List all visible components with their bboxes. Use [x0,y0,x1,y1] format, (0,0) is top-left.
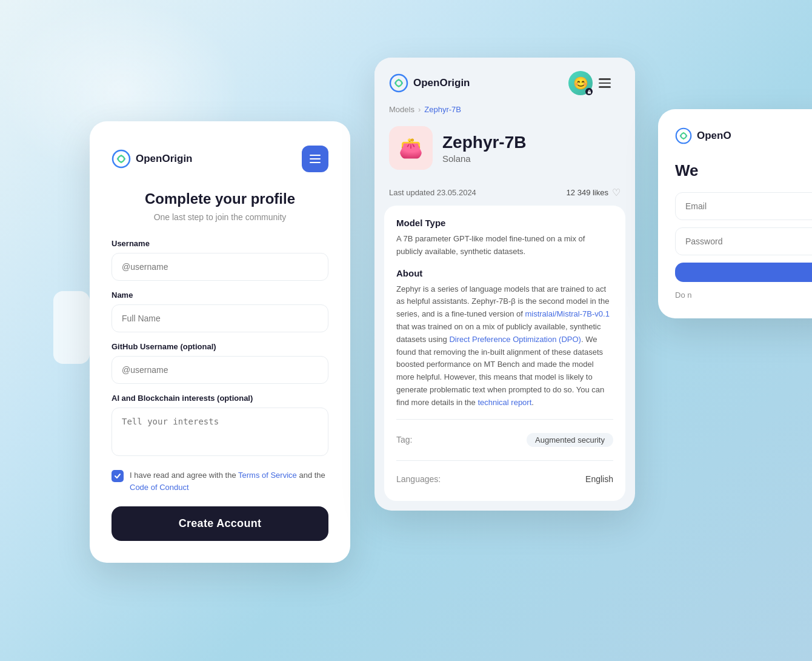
welcome-title: We [675,161,812,180]
lang-label: Languages: [396,474,441,484]
email-input[interactable] [675,192,812,220]
login-logo-icon [675,127,692,144]
about-title: About [396,268,613,278]
model-name-block: Zephyr-7B Solana [442,133,526,164]
about-text: Zephyr is a series of language models th… [396,283,613,409]
terms-text: I have read and agree with the Terms of … [130,469,328,493]
breadcrumb-current[interactable]: Zephyr-7B [424,105,461,114]
model-type-desc: A 7B parameter GPT-like model fine-tuned… [396,233,613,258]
heart-icon[interactable]: ♡ [612,187,621,198]
login-button[interactable] [675,263,812,282]
name-group: Name [111,290,328,332]
user-avatar[interactable]: 😊 [568,71,593,95]
interests-input[interactable] [111,408,328,456]
logo-icon [111,149,131,169]
avatar-badge [585,88,593,95]
username-input[interactable] [111,253,328,281]
interests-label: AI and Blockchain interests (optional) [111,394,328,403]
likes-block: 12 349 likes ♡ [567,187,621,198]
name-label: Name [111,290,328,300]
card-title: Complete your profile [111,190,328,207]
name-input[interactable] [111,304,328,332]
logo: OpenOrigin [111,149,193,169]
logo-text: OpenOrigin [136,153,193,165]
model-card-header: OpenOrigin 😊 [374,58,635,105]
model-info: 👛 Zephyr-7B Solana [374,126,635,180]
checkmark-icon [114,472,121,480]
login-card-header: OpenO [675,127,812,144]
svg-point-0 [113,150,130,167]
login-logo-text: OpenO [697,130,731,142]
tag-row: Tag: Augmented security [396,428,613,452]
username-group: Username [111,239,328,281]
model-menu-button[interactable] [599,72,621,94]
scene: OpenOrigin Complete your profile One las… [0,0,812,661]
do-not-text: Do n [675,290,691,300]
dpo-link[interactable]: Direct Preference Optimization (DPO) [449,335,581,344]
svg-point-3 [676,129,691,144]
card-subtitle: One last step to join the community [111,212,328,222]
hamburger-icon [310,155,321,163]
likes-count: 12 349 likes [567,188,608,197]
divider-2 [396,460,613,461]
last-updated: Last updated 23.05.2024 [389,188,476,197]
model-logo-text: OpenOrigin [413,77,470,89]
svg-point-1 [390,75,407,92]
card-header: OpenOrigin [111,146,328,172]
terms-row: I have read and agree with the Terms of … [111,469,328,493]
card-bottom-space [374,501,635,511]
lock-icon [587,90,591,94]
model-body: Model Type A 7B parameter GPT-like model… [384,206,625,501]
github-group: GitHub Username (optional) [111,342,328,384]
conduct-link[interactable]: Code of Conduct [130,483,189,492]
terms-link[interactable]: Terms of Service [238,471,297,480]
password-input[interactable] [675,227,812,255]
model-logo: OpenOrigin [389,73,470,93]
terms-checkbox[interactable] [111,470,124,482]
report-link[interactable]: technical report [478,398,531,407]
side-tab [53,291,90,364]
lang-row: Languages: English [396,469,613,489]
github-label: GitHub Username (optional) [111,342,328,351]
login-card: OpenO We Do n [658,109,812,318]
breadcrumb: Models › Zephyr-7B [374,105,635,114]
create-account-button[interactable]: Create Account [111,506,328,541]
header-actions: 😊 [568,71,621,95]
tag-value: Augmented security [527,433,613,447]
lang-value: English [585,474,613,484]
breadcrumb-separator: › [418,105,421,114]
model-chain: Solana [442,153,526,164]
svg-rect-2 [587,92,590,94]
model-avatar: 👛 [389,126,433,170]
model-name: Zephyr-7B [442,133,526,152]
model-meta: Last updated 23.05.2024 12 349 likes ♡ [374,180,635,206]
username-label: Username [111,239,328,248]
model-card: OpenOrigin 😊 [374,58,635,511]
model-logo-icon [389,73,408,93]
divider-1 [396,419,613,420]
menu-button[interactable] [302,146,328,172]
breadcrumb-models[interactable]: Models [389,105,414,114]
profile-card: OpenOrigin Complete your profile One las… [90,121,350,563]
model-type-title: Model Type [396,218,613,228]
github-input[interactable] [111,356,328,384]
tag-label: Tag: [396,435,412,445]
mistral-link[interactable]: mistralai/Mistral-7B-v0.1 [525,309,609,318]
interests-group: AI and Blockchain interests (optional) [111,394,328,458]
